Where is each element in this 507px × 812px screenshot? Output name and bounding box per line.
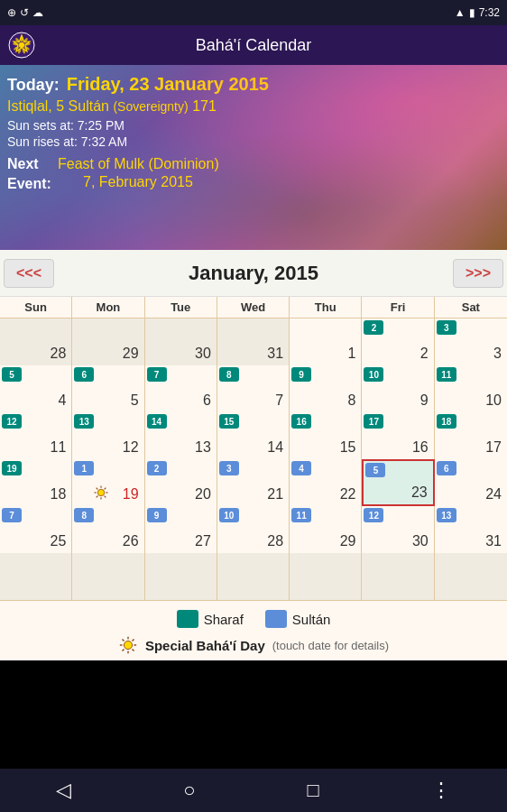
svg-point-4 bbox=[21, 36, 23, 42]
sun-sets-label: Sun sets at: bbox=[7, 118, 74, 133]
back-button[interactable]: ◁ bbox=[56, 779, 71, 802]
table-row[interactable]: 2 2 bbox=[362, 318, 434, 365]
bahai-date-paren: (Sovereignty) bbox=[113, 99, 188, 114]
table-row[interactable]: 31 13 bbox=[435, 506, 507, 553]
status-left-icons: ⊕ ↺ ☁ bbox=[7, 6, 43, 19]
table-row[interactable] bbox=[72, 553, 144, 600]
table-row[interactable]: 18 19 bbox=[0, 459, 72, 506]
cal-row-3: 11 12 12 13 13 14 14 15 15 16 16 17 bbox=[0, 412, 507, 459]
app-icon-2: ↺ bbox=[20, 6, 29, 19]
sun-sets-row: Sun sets at: 7:25 PM bbox=[7, 118, 500, 133]
table-row[interactable]: 8 9 bbox=[290, 365, 362, 412]
table-row[interactable]: 12 13 bbox=[72, 412, 144, 459]
table-row[interactable]: 13 14 bbox=[145, 412, 217, 459]
next-event-name: Feast of Mulk (Dominion) bbox=[58, 154, 219, 174]
today-date: Friday, 23 January 2015 bbox=[67, 74, 269, 95]
table-row[interactable]: 28 10 bbox=[217, 506, 290, 553]
sharaf-color-swatch bbox=[177, 610, 198, 628]
table-row[interactable]: 29 bbox=[72, 318, 144, 365]
table-row[interactable]: 9 10 bbox=[362, 365, 434, 412]
table-row[interactable]: 25 7 bbox=[0, 506, 72, 553]
table-row[interactable]: 7 8 bbox=[217, 365, 290, 412]
table-row[interactable] bbox=[362, 553, 434, 600]
svg-line-30 bbox=[122, 649, 124, 651]
table-row[interactable]: 29 11 bbox=[290, 506, 362, 553]
next-event-section: NextEvent: Feast of Mulk (Dominion) 7, F… bbox=[7, 154, 500, 195]
battery-icon: ▮ bbox=[469, 6, 475, 19]
cal-row-4: 18 19 19 1 bbox=[0, 459, 507, 506]
special-day-icon bbox=[93, 484, 109, 504]
next-month-button[interactable]: >>> bbox=[453, 259, 503, 288]
table-row[interactable] bbox=[0, 553, 72, 600]
today-label: Today: bbox=[7, 76, 60, 95]
table-row[interactable] bbox=[145, 553, 217, 600]
recent-apps-button[interactable]: □ bbox=[308, 779, 319, 802]
cal-row-5: 25 7 26 8 27 9 28 10 29 11 30 12 bbox=[0, 506, 507, 553]
status-bar: ⊕ ↺ ☁ ▲ ▮ 7:32 bbox=[0, 0, 507, 25]
day-header-tue: Tue bbox=[145, 297, 217, 318]
calendar-body: 28 29 30 31 1 2 2 3 3 4 5 5 6 bbox=[0, 318, 507, 600]
svg-line-27 bbox=[122, 639, 124, 641]
table-row[interactable]: 11 12 bbox=[0, 412, 72, 459]
bahai-year: 171 bbox=[192, 98, 217, 114]
table-row[interactable]: 15 16 bbox=[290, 412, 362, 459]
svg-line-29 bbox=[132, 639, 134, 641]
prev-month-button[interactable]: <<< bbox=[4, 259, 54, 288]
table-row[interactable]: 30 bbox=[145, 318, 217, 365]
legend-sultan: Sultán bbox=[265, 610, 331, 628]
table-row[interactable]: 28 bbox=[0, 318, 72, 365]
table-row[interactable]: 5 6 bbox=[72, 365, 144, 412]
svg-point-13 bbox=[97, 489, 105, 496]
app-logo bbox=[7, 31, 36, 60]
svg-line-20 bbox=[105, 488, 106, 490]
table-row[interactable]: 30 12 bbox=[362, 506, 434, 553]
sun-rises-label: Sun rises at: bbox=[7, 134, 78, 149]
day-header-fri: Fri bbox=[362, 297, 434, 318]
table-row[interactable]: 14 15 bbox=[217, 412, 290, 459]
legend-row: Sharaf Sultán bbox=[14, 610, 493, 628]
table-row[interactable]: 1 bbox=[290, 318, 362, 365]
table-row[interactable]: 20 2 bbox=[145, 459, 217, 506]
table-row[interactable]: 27 9 bbox=[145, 506, 217, 553]
table-row[interactable]: 31 bbox=[217, 318, 290, 365]
table-row[interactable]: 16 17 bbox=[362, 412, 434, 459]
table-row[interactable]: 21 3 bbox=[217, 459, 290, 506]
table-row[interactable] bbox=[290, 553, 362, 600]
day-headers: Sun Mon Tue Wed Thu Fri Sat bbox=[0, 297, 507, 318]
calendar-nav: <<< January, 2015 >>> bbox=[0, 250, 507, 297]
table-row[interactable]: 4 5 bbox=[0, 365, 72, 412]
table-row[interactable]: 3 3 bbox=[435, 318, 507, 365]
table-row[interactable]: 24 6 bbox=[435, 459, 507, 506]
home-button[interactable]: ○ bbox=[183, 779, 195, 802]
time-display: 7:32 bbox=[479, 6, 500, 19]
bottom-nav: ◁ ○ □ ⋮ bbox=[0, 769, 507, 812]
table-row-today[interactable]: 23 5 bbox=[362, 459, 434, 506]
table-row[interactable]: 22 4 bbox=[290, 459, 362, 506]
svg-line-18 bbox=[97, 488, 98, 490]
next-event-date: 7, February 2015 bbox=[58, 174, 219, 190]
table-row[interactable] bbox=[217, 553, 290, 600]
special-day-note: (touch date for details) bbox=[272, 639, 389, 652]
sharaf-label: Sharaf bbox=[204, 612, 244, 627]
svg-line-21 bbox=[97, 496, 98, 498]
svg-line-19 bbox=[105, 496, 106, 498]
app-icon-1: ⊕ bbox=[7, 6, 16, 19]
table-row[interactable]: 26 8 bbox=[72, 506, 144, 553]
app-header: Bahá'í Calendar bbox=[0, 25, 507, 65]
legend-special-day: Special Bahá'í Day (touch date for detai… bbox=[14, 635, 493, 655]
more-options-button[interactable]: ⋮ bbox=[431, 779, 451, 802]
table-row[interactable]: 10 11 bbox=[435, 365, 507, 412]
svg-line-28 bbox=[132, 649, 134, 651]
sun-sets-time: 7:25 PM bbox=[78, 118, 124, 133]
cal-row-2: 4 5 5 6 6 7 7 8 8 9 9 10 bbox=[0, 365, 507, 412]
legend: Sharaf Sultán Special Bahá'í Day (touch … bbox=[0, 600, 507, 660]
table-row[interactable]: 17 18 bbox=[435, 412, 507, 459]
table-row[interactable]: 19 1 bbox=[72, 459, 144, 506]
table-row[interactable] bbox=[435, 553, 507, 600]
table-row[interactable]: 6 7 bbox=[145, 365, 217, 412]
svg-point-22 bbox=[124, 641, 132, 649]
app-icon-3: ☁ bbox=[32, 6, 43, 19]
legend-sharaf: Sharaf bbox=[177, 610, 244, 628]
bahai-date: Istiqlal, 5 Sultán (Sovereignty) 171 bbox=[7, 98, 500, 115]
special-day-label: Special Bahá'í Day bbox=[145, 638, 265, 653]
